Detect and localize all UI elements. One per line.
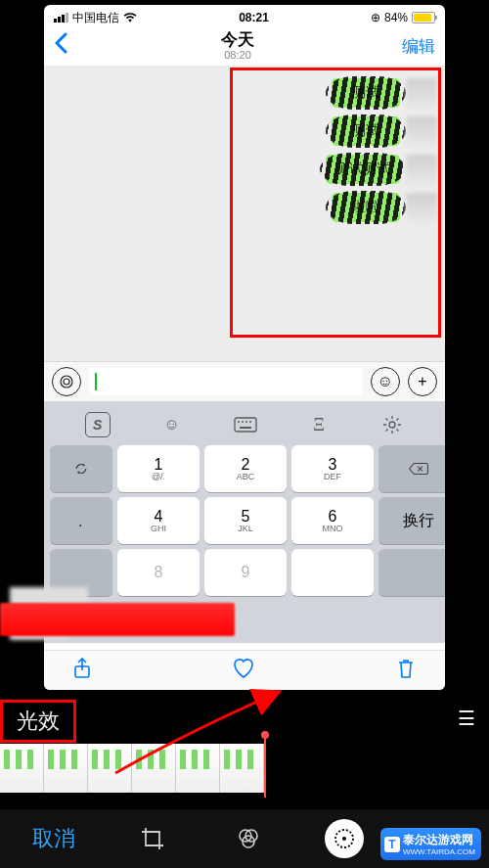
filters-tool[interactable]	[229, 819, 268, 858]
timeline-frame[interactable]	[220, 744, 264, 793]
ios-status-bar: 中国电信 08:21 ⊕ 84%	[44, 5, 445, 26]
menu-icon[interactable]: ☰	[458, 707, 477, 730]
photo-preview-panel: 中国电信 08:21 ⊕ 84% 今天 08:20 编辑 测试 测试 测试测试	[44, 5, 445, 690]
chat-area: 测试 测试 测试测试 啦啦	[44, 66, 445, 361]
message-bubble[interactable]: 啦啦	[332, 193, 400, 222]
key-1[interactable]: 1@/.	[117, 445, 200, 492]
photo-action-bar	[44, 650, 445, 690]
avatar[interactable]	[406, 155, 437, 186]
wifi-icon	[123, 13, 137, 23]
battery-pct: 84%	[384, 11, 408, 24]
timeline-frame[interactable]	[0, 744, 44, 793]
carrier-label: 中国电信	[72, 10, 119, 26]
cancel-button[interactable]: 取消	[32, 824, 75, 853]
emoji-icon[interactable]: ☺	[371, 367, 400, 396]
nav-bar: 今天 08:20 编辑	[44, 26, 445, 66]
message-bubble[interactable]: 测试测试	[326, 155, 400, 184]
key-backspace[interactable]	[378, 445, 445, 492]
key-4[interactable]: 4GHI	[117, 497, 200, 544]
message-bubble[interactable]: 测试	[332, 78, 400, 108]
chat-input-bar: ☺ +	[44, 361, 445, 402]
timeline-playhead[interactable]	[264, 734, 266, 798]
timeline-filmstrip[interactable]	[0, 744, 264, 793]
share-button[interactable]	[73, 658, 91, 684]
message-row: 测试	[52, 116, 437, 148]
favorite-button[interactable]	[232, 658, 255, 683]
emoji-kb-icon[interactable]: ☺	[160, 413, 184, 436]
delete-button[interactable]	[396, 658, 416, 683]
svg-point-8	[389, 422, 395, 428]
watermark-brand: 泰尔达游戏网	[403, 833, 473, 846]
key-cycle[interactable]	[50, 445, 112, 492]
message-text: 测试	[352, 122, 379, 138]
timeline-frame[interactable]	[44, 744, 88, 793]
message-row: 测试	[52, 78, 437, 110]
timeline-frame[interactable]	[88, 744, 132, 793]
message-row: 测试测试	[52, 155, 437, 186]
svg-point-0	[64, 379, 69, 385]
key-5[interactable]: 5JKL	[204, 497, 287, 544]
nav-subtitle: 08:20	[221, 49, 254, 61]
battery-icon	[412, 12, 435, 23]
watermark-logo: T	[384, 837, 400, 852]
chevron-left-icon	[54, 32, 67, 54]
avatar[interactable]	[406, 193, 437, 224]
message-text: 测试	[352, 84, 379, 100]
avatar[interactable]	[406, 116, 437, 148]
crop-tool[interactable]	[133, 819, 172, 858]
message-text: 测试测试	[335, 160, 390, 176]
svg-point-5	[245, 421, 247, 423]
text-cursor	[95, 373, 97, 390]
svg-point-3	[238, 421, 240, 423]
message-input[interactable]	[89, 368, 363, 395]
voice-icon[interactable]	[52, 367, 81, 396]
nav-title: 今天	[221, 31, 254, 50]
adjust-tool[interactable]	[325, 819, 364, 858]
svg-rect-2	[235, 418, 256, 432]
clock: 08:21	[239, 11, 269, 24]
message-text: 啦啦	[352, 199, 379, 214]
keyboard-icon[interactable]	[234, 413, 257, 436]
watermark: T 泰尔达游戏网 WWW.TAIRDA.COM	[380, 828, 481, 860]
edit-button[interactable]: 编辑	[402, 35, 435, 58]
svg-point-4	[242, 421, 244, 423]
message-bubble[interactable]: 测试	[332, 116, 400, 146]
watermark-url: WWW.TAIRDA.COM	[403, 848, 475, 856]
attach-icon[interactable]: +	[408, 367, 437, 396]
key-9[interactable]: 9	[204, 549, 287, 596]
key-punct[interactable]: ﹒	[50, 497, 112, 544]
key-blank2[interactable]	[291, 549, 374, 596]
sogou-icon[interactable]: S	[85, 412, 111, 437]
key-8[interactable]: 8	[117, 549, 200, 596]
back-button[interactable]	[54, 32, 73, 60]
avatar[interactable]	[406, 78, 437, 110]
svg-rect-7	[240, 427, 251, 429]
signal-icon	[54, 13, 68, 23]
redaction-overlay	[0, 603, 235, 636]
key-6[interactable]: 6MNO	[291, 497, 374, 544]
key-2[interactable]: 2ABC	[204, 445, 287, 492]
timeline-frame[interactable]	[132, 744, 176, 793]
charging-icon: ⊕	[371, 11, 380, 24]
key-3[interactable]: 3DEF	[291, 445, 374, 492]
key-return[interactable]: 换行	[378, 497, 445, 544]
svg-point-6	[249, 421, 251, 423]
svg-point-1	[61, 376, 72, 388]
xi-icon[interactable]: Ξ	[307, 413, 331, 436]
timeline-frame[interactable]	[176, 744, 220, 793]
svg-point-14	[342, 837, 346, 841]
settings-icon[interactable]	[380, 413, 404, 436]
key-blank3[interactable]	[378, 549, 445, 596]
message-row: 啦啦	[52, 193, 437, 224]
effects-label[interactable]: 光效	[0, 700, 76, 743]
